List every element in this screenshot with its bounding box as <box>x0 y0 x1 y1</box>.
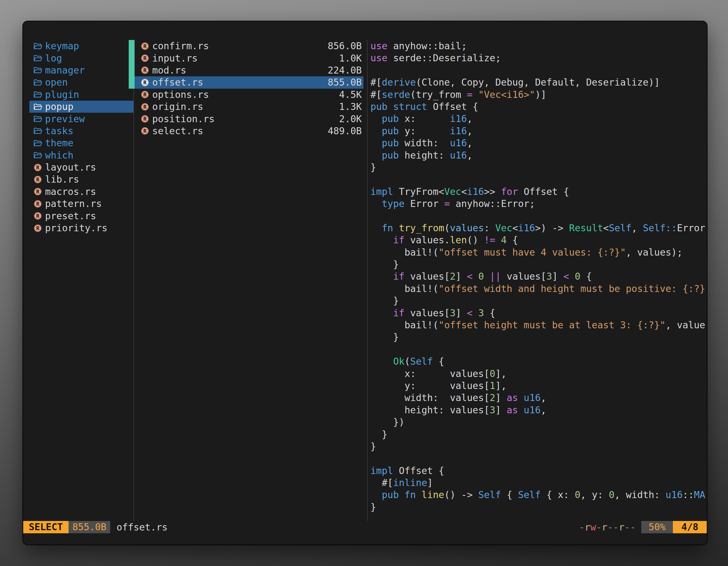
svg-text:R: R <box>36 189 39 195</box>
file-size-badge: 855.0B <box>69 521 111 533</box>
code-line: if values[3] < 3 { <box>370 307 706 319</box>
file-name: origin.rs <box>152 101 203 112</box>
sidebar-item-label: preview <box>45 114 85 125</box>
sidebar-item-theme[interactable]: theme <box>29 137 133 149</box>
folder-open-icon <box>33 126 43 136</box>
selection-marker <box>129 76 135 88</box>
code-line: pub width: u16, <box>370 137 706 149</box>
sidebar-item-preview[interactable]: preview <box>29 113 133 125</box>
sidebar-item-lib-rs[interactable]: R lib.rs <box>29 173 133 186</box>
code-line: if values.len() != 4 { <box>370 234 706 246</box>
svg-text:R: R <box>36 177 39 183</box>
sidebar-item-layout-rs[interactable]: R layout.rs <box>29 161 133 173</box>
parent-directory-panel: keymap log manager open plugin popup pre… <box>29 40 133 234</box>
sidebar-item-log[interactable]: log <box>29 52 133 64</box>
sidebar-item-label: pattern.rs <box>45 198 102 209</box>
selection-marker <box>129 64 135 76</box>
folder-open-icon <box>33 65 43 75</box>
code-line <box>370 173 706 186</box>
sidebar-item-label: log <box>45 53 62 64</box>
sidebar-item-popup[interactable]: popup <box>29 101 133 113</box>
sidebar-item-label: macros.rs <box>45 186 96 197</box>
sidebar-item-open[interactable]: open <box>29 76 133 88</box>
code-line: #[serde(try_from = "Vec<i16>")] <box>370 89 706 101</box>
file-row-mod-rs[interactable]: R mod.rs224.0B <box>135 64 363 76</box>
code-line: Ok(Self { <box>370 355 706 367</box>
code-line: fn try_from(values: Vec<i16>) -> Result<… <box>370 222 706 234</box>
rust-file-icon: R <box>140 78 150 87</box>
svg-text:R: R <box>36 164 39 171</box>
rust-file-icon: R <box>140 90 150 99</box>
terminal-window: keymap log manager open plugin popup pre… <box>23 22 707 544</box>
code-line <box>370 210 706 222</box>
rust-file-icon: R <box>33 199 43 209</box>
svg-text:R: R <box>143 67 147 74</box>
sidebar-item-keymap[interactable]: keymap <box>29 40 133 52</box>
svg-text:R: R <box>36 201 39 207</box>
code-line: bail!("offset height must be at least 3:… <box>370 319 706 331</box>
file-row-position-rs[interactable]: R position.rs2.0K <box>135 113 363 125</box>
svg-text:R: R <box>143 116 147 122</box>
file-size: 224.0B <box>328 65 362 76</box>
sidebar-item-label: popup <box>45 101 73 112</box>
file-name: position.rs <box>152 114 215 125</box>
sidebar-item-plugin[interactable]: plugin <box>29 89 133 101</box>
folder-open-icon <box>33 114 43 124</box>
sidebar-item-label: plugin <box>45 89 79 100</box>
scroll-percent-badge: 50% <box>641 521 673 533</box>
sidebar-item-tasks[interactable]: tasks <box>29 125 133 137</box>
file-name: mod.rs <box>152 65 186 76</box>
file-name: select.rs <box>152 126 203 137</box>
panel-divider-left <box>133 40 134 521</box>
code-line: #[derive(Clone, Copy, Debug, Default, De… <box>370 76 706 88</box>
rust-file-icon: R <box>140 114 150 124</box>
file-name: offset.rs <box>152 77 203 88</box>
code-line: #[inline] <box>370 477 706 489</box>
code-line: } <box>370 428 706 440</box>
svg-text:R: R <box>143 104 147 110</box>
code-line <box>370 64 706 76</box>
sidebar-item-manager[interactable]: manager <box>29 64 133 76</box>
sidebar-item-pattern-rs[interactable]: R pattern.rs <box>29 198 133 210</box>
current-directory-panel: R confirm.rs856.0B R input.rs1.0K R mod.… <box>135 40 363 137</box>
status-bar: SELECT 855.0B offset.rs -rw-r--r-- 50% 4… <box>23 521 707 533</box>
rust-file-icon: R <box>140 126 150 136</box>
code-line: pub height: u16, <box>370 149 706 161</box>
code-line: if values[2] < 0 || values[3] < 0 { <box>370 271 706 283</box>
sidebar-item-label: keymap <box>45 41 79 51</box>
sidebar-item-which[interactable]: which <box>29 149 133 161</box>
file-size: 4.5K <box>339 89 362 100</box>
code-line: pub y: i16, <box>370 125 706 137</box>
file-row-offset-rs[interactable]: R offset.rs855.0B <box>135 76 363 88</box>
sidebar-item-label: layout.rs <box>45 162 96 173</box>
svg-text:R: R <box>143 128 147 134</box>
sidebar-item-label: priority.rs <box>45 223 107 234</box>
file-name: options.rs <box>152 89 209 100</box>
rust-file-icon: R <box>140 65 150 75</box>
sidebar-item-macros-rs[interactable]: R macros.rs <box>29 186 133 198</box>
folder-open-icon <box>33 78 43 87</box>
selection-marker <box>129 40 135 52</box>
code-line: } <box>370 295 706 307</box>
code-line: y: values[1], <box>370 380 706 392</box>
sidebar-item-label: theme <box>45 138 73 149</box>
code-line <box>370 343 706 355</box>
file-row-origin-rs[interactable]: R origin.rs1.3K <box>135 101 363 113</box>
file-row-options-rs[interactable]: R options.rs4.5K <box>135 89 363 101</box>
file-row-input-rs[interactable]: R input.rs1.0K <box>135 52 363 64</box>
sidebar-item-priority-rs[interactable]: R priority.rs <box>29 222 133 234</box>
code-line: use serde::Deserialize; <box>370 52 706 64</box>
code-line: pub fn line() -> Self { Self { x: 0, y: … <box>370 489 706 501</box>
file-row-confirm-rs[interactable]: R confirm.rs856.0B <box>135 40 363 52</box>
hovered-filename: offset.rs <box>116 522 168 533</box>
code-line <box>370 452 706 464</box>
code-line: x: values[0], <box>370 368 706 380</box>
code-line: } <box>370 440 706 452</box>
file-size: 489.0B <box>328 126 362 137</box>
file-row-select-rs[interactable]: R select.rs489.0B <box>135 125 363 137</box>
file-size: 1.3K <box>339 101 362 112</box>
code-line: } <box>370 501 706 513</box>
code-line: bail!("offset width and height must be p… <box>370 283 706 295</box>
folder-open-icon <box>33 139 43 148</box>
sidebar-item-preset-rs[interactable]: R preset.rs <box>29 210 133 222</box>
